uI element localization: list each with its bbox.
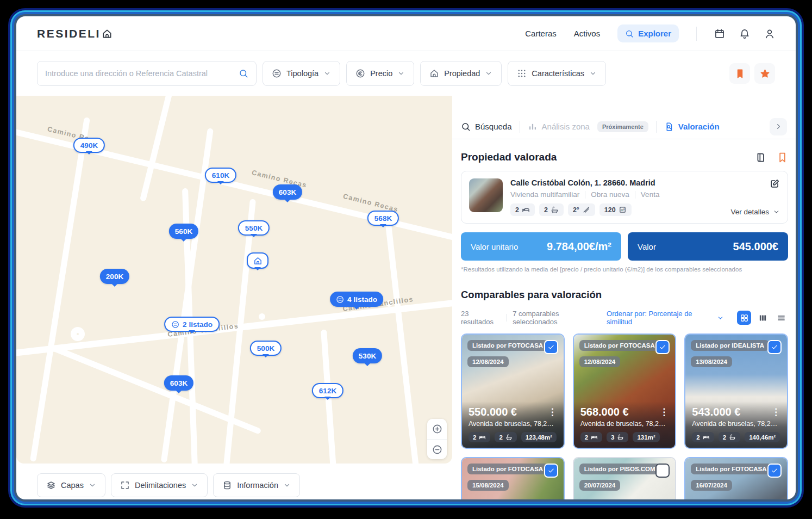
home-logo-icon xyxy=(102,28,113,39)
sort-dropdown[interactable]: Ordenar por: Porcentaje de similitud xyxy=(607,310,724,326)
zoom-in-button[interactable] xyxy=(427,419,447,439)
search-icon[interactable] xyxy=(239,69,248,78)
favorites-button[interactable] xyxy=(754,63,775,84)
comparable-card[interactable]: Listado por IDEALISTA13/08/2024543.000 €… xyxy=(684,333,788,449)
listing-beds-badge: 2 xyxy=(580,432,602,442)
nav-carteras[interactable]: Carteras xyxy=(525,29,557,38)
check-icon xyxy=(659,343,666,351)
zoom-out-button[interactable] xyxy=(427,439,447,459)
tab-analisis-zona[interactable]: Análisis zona xyxy=(528,122,590,132)
nav-activos[interactable]: Activos xyxy=(574,29,600,38)
comparable-card[interactable]: Listado por FOTOCASA12/08/2024550.000 €⋮… xyxy=(461,333,565,449)
ver-detalles-label: Ver detalles xyxy=(730,208,769,216)
badge-value: 2 xyxy=(515,206,519,214)
bookmark-outline-icon[interactable] xyxy=(777,152,788,163)
unit-value-banner: Valor unitario 9.784,00€/m² xyxy=(461,232,621,261)
map-marker-price[interactable]: 603K xyxy=(164,375,193,391)
map-marker-price[interactable]: 550K xyxy=(238,220,270,236)
listing-beds-badge: 2 xyxy=(469,432,490,442)
search-input[interactable] xyxy=(45,69,239,78)
list-view-button[interactable] xyxy=(774,311,788,325)
check-icon xyxy=(547,343,555,351)
map-marker-price[interactable]: 568K xyxy=(367,211,399,226)
saved-searches-button[interactable] xyxy=(729,63,750,84)
comparable-checkbox[interactable] xyxy=(544,464,558,478)
comparable-card[interactable]: Listado por FOTOCASA16/07/2024 xyxy=(684,457,788,499)
map-marker-price[interactable]: 500K xyxy=(250,341,282,356)
marker-label: 500K xyxy=(257,344,274,353)
map-marker-home[interactable] xyxy=(247,252,268,269)
comparable-checkbox[interactable] xyxy=(767,464,782,478)
property-badge-bath: 2 xyxy=(539,203,564,216)
comparable-checkbox[interactable] xyxy=(544,340,558,354)
grid-view-button[interactable] xyxy=(737,311,751,325)
map-marker-cluster[interactable]: 4 listado xyxy=(330,292,383,307)
filter-caracteristicas[interactable]: Características xyxy=(508,61,606,86)
listing-price: 568.000 € xyxy=(580,406,629,418)
address-search[interactable] xyxy=(37,61,257,86)
tabs-next-button[interactable] xyxy=(770,118,787,135)
property-address: Calle Cristóbal Colón, 1. 28660. Madrid xyxy=(510,178,723,187)
brand-logo[interactable]: RESIDELI xyxy=(37,27,113,40)
listing-source-chip: Listado por FOTOCASA xyxy=(467,340,548,351)
property-tag: Vivienda multifamiliar xyxy=(510,190,579,199)
map-marker-cluster[interactable]: 2 listado xyxy=(164,317,220,332)
listing-beds-badge: 2 xyxy=(692,432,714,442)
map-control-expand[interactable]: Delimitaciones xyxy=(111,473,208,497)
listing-area-badge: 140,46m² xyxy=(745,432,780,442)
results-separator xyxy=(507,314,507,322)
map-marker-price[interactable]: 490K xyxy=(73,138,105,153)
comparable-card[interactable]: Listado por FOTOCASA12/08/2024568.000 €⋮… xyxy=(573,333,677,449)
bath-icon xyxy=(617,434,624,441)
minus-circle-icon xyxy=(432,444,442,455)
chev-icon xyxy=(89,481,96,489)
columns-view-button[interactable] xyxy=(755,311,770,325)
comparable-checkbox[interactable] xyxy=(655,340,670,354)
roundabout xyxy=(259,313,265,320)
filter-tipologia[interactable]: Tipología xyxy=(263,61,340,86)
report-icon[interactable] xyxy=(755,152,767,163)
tag-separator xyxy=(635,191,635,199)
filter-precio[interactable]: Precio xyxy=(346,61,414,86)
nav-explorer[interactable]: Explorer xyxy=(617,24,679,42)
chev-icon xyxy=(283,481,291,489)
map-marker-price[interactable]: 610K xyxy=(205,168,236,183)
map-control-database[interactable]: Información xyxy=(213,473,300,497)
kebab-menu-icon[interactable]: ⋮ xyxy=(771,407,780,417)
kebab-menu-icon[interactable]: ⋮ xyxy=(659,407,669,417)
tab-valoracion[interactable]: Valoración xyxy=(664,122,720,132)
plus-circle-icon xyxy=(432,424,442,434)
doc-search-icon xyxy=(664,122,674,132)
edit-icon[interactable] xyxy=(770,178,780,189)
comparable-checkbox[interactable] xyxy=(655,464,670,478)
chevron-down-icon xyxy=(773,208,780,215)
user-icon[interactable] xyxy=(764,28,775,39)
map-marker-price[interactable]: 612K xyxy=(312,383,343,398)
map-canvas[interactable]: Camino RecasCamino RecasCamino RecasCami… xyxy=(16,96,452,464)
map-marker-price[interactable]: 200K xyxy=(100,269,129,284)
map-marker-price[interactable]: 560K xyxy=(169,224,198,239)
calendar-icon[interactable] xyxy=(714,28,725,39)
stack-icon xyxy=(171,320,179,329)
filter-propiedad[interactable]: Propiedad xyxy=(420,61,502,86)
map-control-layers[interactable]: Capas xyxy=(37,473,105,497)
property-tags: Vivienda multifamiliar Obra nueva Venta xyxy=(510,190,723,199)
comparables-title: Comparables para valoración xyxy=(461,289,788,301)
comparable-checkbox[interactable] xyxy=(767,340,782,354)
map-marker-price[interactable]: 530K xyxy=(353,348,382,363)
kebab-menu-icon[interactable]: ⋮ xyxy=(548,407,557,417)
panel-scroll[interactable]: Propiedad valorada Calle Cristóbal Colón… xyxy=(452,139,796,499)
tab-busqueda[interactable]: Búsqueda xyxy=(461,122,512,132)
comparable-card[interactable]: Listado por FOTOCASA15/08/2024 xyxy=(461,457,565,499)
columns-view-icon xyxy=(758,313,767,323)
bed-icon xyxy=(591,434,598,441)
listing-date-chip: 12/08/2024 xyxy=(579,356,621,367)
ver-detalles-button[interactable]: Ver detalles xyxy=(730,208,780,216)
listing-source-chip: Listado por IDEALISTA xyxy=(691,340,769,351)
listing-price: 543.000 € xyxy=(692,406,740,418)
comparable-card[interactable]: Listado por PISOS.COM20/07/2024 xyxy=(573,457,677,499)
listing-area-badge: 123,48m² xyxy=(521,432,557,442)
map-marker-price[interactable]: 603K xyxy=(273,184,302,200)
chevron-down-icon xyxy=(717,314,724,322)
bell-icon[interactable] xyxy=(739,28,750,39)
